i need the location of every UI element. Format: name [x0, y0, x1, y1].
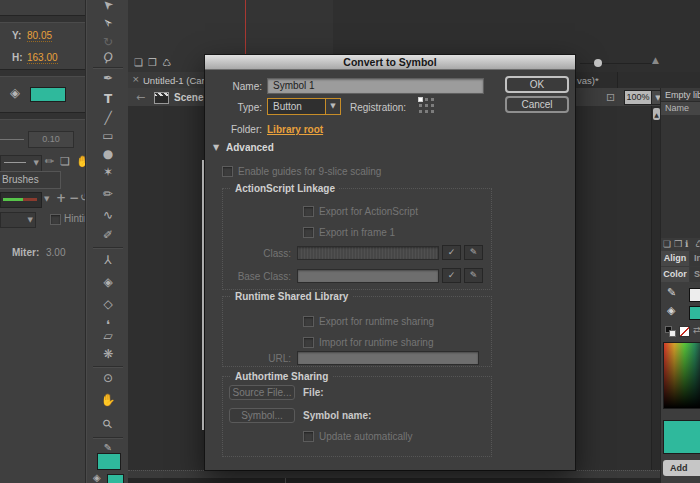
zoom-max-icon[interactable]: ▲	[652, 55, 659, 65]
brushes-button[interactable]: Brushes	[0, 171, 61, 189]
default-colors-icon[interactable]	[665, 326, 674, 335]
tab-info[interactable]: Info	[690, 251, 700, 266]
timeline-zoom-knob[interactable]	[594, 59, 602, 67]
trash-icon[interactable]: ♺	[695, 239, 700, 249]
brush-tool[interactable]: ∿	[87, 209, 129, 222]
y-field-value[interactable]: 80.05	[27, 30, 52, 42]
info-icon[interactable]: ℹ	[685, 239, 688, 249]
cap-dropdown[interactable]: ▼	[0, 212, 36, 228]
swap-colors-icon[interactable]: ⇄	[693, 325, 700, 335]
registration-point[interactable]	[431, 110, 434, 113]
h-field-value[interactable]: 163.00	[27, 52, 58, 64]
symbol-button[interactable]: Symbol...	[229, 408, 295, 423]
no-color-icon[interactable]	[679, 326, 690, 337]
brush-preview[interactable]	[0, 192, 42, 208]
close-icon[interactable]: ×	[132, 74, 140, 84]
line-tool[interactable]: ╱	[87, 112, 129, 125]
registration-grid[interactable]	[419, 98, 435, 114]
fill-color-swatch[interactable]	[689, 306, 700, 320]
edit-class-button[interactable]: ✎	[464, 245, 483, 260]
advanced-disclosure-icon[interactable]: ▼	[213, 143, 219, 152]
stroke-weight-input[interactable]: 0.10	[28, 131, 74, 148]
back-arrow-icon[interactable]: ←	[136, 91, 145, 104]
fill-bucket-icon[interactable]: ◈	[667, 304, 675, 317]
registration-point[interactable]	[425, 98, 428, 101]
ink-bottle-tool[interactable]: ◇	[87, 298, 129, 311]
copy-stroke-icon[interactable]: ❏	[60, 155, 70, 168]
oval-tool[interactable]: ●	[87, 148, 129, 161]
text-tool[interactable]: T	[87, 93, 129, 106]
registration-point[interactable]	[431, 104, 434, 107]
registration-point[interactable]	[425, 110, 428, 113]
polystar-tool[interactable]: ✶	[87, 166, 129, 179]
registration-point[interactable]	[419, 110, 422, 113]
export-in-frame1-checkbox[interactable]	[303, 227, 314, 238]
source-file-button[interactable]: Source File...	[229, 385, 295, 400]
validate-base-class-button[interactable]: ✓	[442, 268, 461, 283]
cancel-button[interactable]: Cancel	[505, 96, 569, 113]
type-dropdown-arrow[interactable]: ▼	[325, 99, 340, 114]
pressure-icon[interactable]: ✋	[76, 155, 86, 168]
eyedropper-tool[interactable]: ❜	[87, 312, 129, 325]
camera-tool[interactable]: ⊙	[87, 372, 129, 385]
nine-slice-checkbox[interactable]	[222, 166, 233, 177]
update-automatically-checkbox[interactable]	[303, 431, 314, 442]
stroke-color-swatch[interactable]	[689, 288, 700, 302]
symbol-name-input[interactable]: Symbol 1	[267, 78, 484, 94]
advanced-label[interactable]: Advanced	[226, 142, 274, 153]
fill-color-well[interactable]	[97, 453, 121, 470]
miter-value[interactable]: 3.00	[46, 247, 65, 258]
paintbrush-tool[interactable]: ✐	[87, 229, 129, 242]
url-input[interactable]	[297, 351, 479, 365]
pen-tool[interactable]: ✒	[87, 72, 129, 85]
export-for-actionscript-checkbox[interactable]	[303, 206, 314, 217]
add-button[interactable]: Add	[663, 460, 700, 476]
new-folder-icon[interactable]: ❒	[148, 57, 157, 68]
clone-icon[interactable]: ❏	[663, 239, 671, 249]
scrollbar-thumb[interactable]: ▲	[653, 108, 660, 120]
stroke-style-dropdown[interactable]: ▼	[0, 155, 42, 172]
registration-point[interactable]	[425, 104, 428, 107]
registration-point[interactable]	[419, 104, 422, 107]
center-frame-icon[interactable]: ⊡	[606, 91, 615, 104]
paint-bucket-tool[interactable]: ◈	[87, 276, 129, 289]
edit-stroke-style-icon[interactable]: ✏	[45, 155, 54, 168]
edit-base-class-button[interactable]: ✎	[464, 268, 483, 283]
swatch-partial[interactable]	[107, 474, 124, 483]
tab-partial[interactable]: vas)*	[575, 72, 618, 88]
base-class-input[interactable]	[297, 269, 439, 283]
deco-tool[interactable]: ❋	[87, 348, 129, 361]
stroke-color-icon[interactable]: ✎	[667, 286, 676, 299]
library-empty-list[interactable]	[661, 115, 700, 238]
stage-zoom-value[interactable]: 100%	[624, 90, 652, 105]
tab-color[interactable]: Color	[661, 267, 689, 282]
chevron-down-icon[interactable]: ▼	[44, 195, 49, 203]
timeline-zoom-track[interactable]	[580, 63, 652, 64]
folder-icon[interactable]: ❒	[674, 239, 682, 249]
rectangle-tool[interactable]: ▭	[87, 130, 129, 143]
ok-button[interactable]: OK	[505, 76, 569, 93]
library-name-column-header[interactable]: Name	[661, 101, 700, 116]
trash-icon[interactable]: ♺	[162, 57, 171, 68]
pencil-tool[interactable]: ✏	[87, 188, 129, 201]
type-dropdown[interactable]: Button ▼	[267, 98, 341, 115]
add-brush-icon[interactable]: +	[56, 191, 66, 205]
tab-align[interactable]: Align	[661, 251, 689, 266]
validate-class-button[interactable]: ✓	[442, 245, 461, 260]
bone-tool[interactable]: ⅄	[87, 254, 129, 267]
export-runtime-checkbox[interactable]	[303, 316, 314, 327]
fill-color-swatch[interactable]	[30, 87, 66, 102]
dialog-title-bar[interactable]: Convert to Symbol	[205, 55, 575, 70]
ink-bottle-swatch-icon[interactable]: ◈	[93, 472, 101, 483]
hand-tool[interactable]: ✋	[87, 394, 129, 407]
color-picker-field[interactable]	[663, 342, 700, 409]
registration-point-selected[interactable]	[419, 98, 422, 101]
new-item-icon[interactable]: ❏	[134, 57, 143, 68]
import-runtime-checkbox[interactable]	[303, 337, 314, 348]
stroke-slider-track[interactable]	[0, 139, 24, 140]
tab-swatches[interactable]: Swatches	[690, 267, 700, 282]
eraser-tool[interactable]: ▱	[87, 330, 129, 343]
class-input[interactable]	[297, 246, 439, 260]
registration-point[interactable]	[431, 98, 434, 101]
remove-brush-icon[interactable]: −	[69, 191, 79, 205]
